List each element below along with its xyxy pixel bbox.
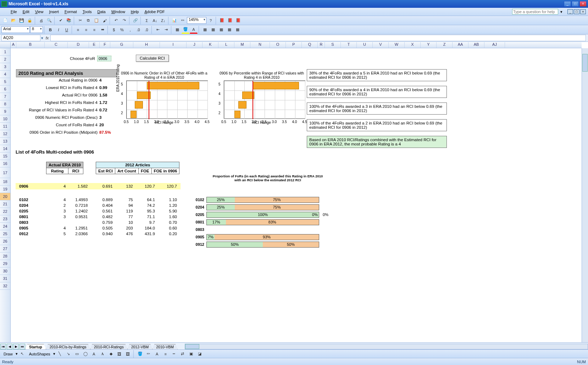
picture-button[interactable]: 🖼 [124, 350, 132, 358]
line-style-button[interactable]: ≡ [162, 350, 170, 358]
row-header-5[interactable]: 5 [0, 78, 10, 85]
wordart-button[interactable]: 𝐀 [99, 350, 106, 358]
inc-indent-button[interactable]: ⇥ [162, 26, 170, 34]
row-header-28[interactable]: 28 [0, 253, 10, 260]
currency-button[interactable]: $ [110, 26, 118, 34]
save-button[interactable]: 💾 [18, 17, 26, 24]
choose-value[interactable]: 0906 [97, 56, 111, 61]
percent-button[interactable]: % [118, 26, 126, 34]
col-header-E[interactable]: E [89, 42, 100, 48]
help-search[interactable] [512, 9, 558, 15]
col-header-AJ[interactable]: AJ [484, 42, 505, 48]
minimize-button[interactable]: _ [564, 1, 571, 7]
col-header-O[interactable]: O [270, 42, 286, 48]
col-header-Z[interactable]: Z [437, 42, 453, 48]
row-header-11[interactable]: 11 [0, 123, 10, 130]
row-header-12[interactable]: 12 [0, 130, 10, 138]
extra2-button[interactable]: ▦ [209, 26, 217, 34]
doc-close-button[interactable]: × [580, 9, 586, 14]
dec-indent-button[interactable]: ⇤ [154, 26, 162, 34]
select-all-corner[interactable] [0, 42, 11, 48]
help-button[interactable]: ? [207, 17, 215, 24]
sheet-tab-2012-vbm[interactable]: 2012-VBM [127, 344, 153, 349]
row-header-13[interactable]: 13 [0, 138, 10, 145]
col-header-H[interactable]: H [133, 42, 160, 48]
row-header-15[interactable]: 15 [0, 153, 10, 160]
redo-button[interactable]: ↷ [120, 17, 128, 24]
chart-button[interactable]: 📊 [171, 17, 178, 24]
draw-label[interactable]: Draw [1, 352, 15, 356]
autosum-button[interactable]: Σ [143, 17, 151, 24]
tab-first-button[interactable]: ⏮ [0, 344, 6, 349]
new-button[interactable]: 📄 [1, 17, 9, 24]
row-header-27[interactable]: 27 [0, 245, 10, 253]
menu-view[interactable]: View [32, 9, 46, 15]
col-header-N[interactable]: N [250, 42, 270, 48]
menu-adobe-pdf[interactable]: Adobe PDF [142, 9, 167, 15]
print-button[interactable]: 🖨 [37, 17, 45, 24]
extra1-button[interactable]: ▦ [201, 26, 209, 34]
preview-button[interactable]: 🔍 [45, 17, 53, 24]
undo-button[interactable]: ↶ [112, 17, 120, 24]
col-header-P[interactable]: P [286, 42, 302, 48]
col-header-K[interactable]: K [203, 42, 218, 48]
tab-prev-button[interactable]: ◀ [7, 344, 12, 349]
doc-icon[interactable] [2, 9, 7, 14]
horizontal-scrollbar[interactable] [185, 344, 588, 349]
row-header-16[interactable]: 16 [0, 160, 10, 167]
menu-window[interactable]: Window [109, 9, 128, 15]
arrow-style-button[interactable]: ⇄ [179, 350, 187, 358]
col-header-B[interactable]: B [16, 42, 45, 48]
row-header-29[interactable]: 29 [0, 260, 10, 267]
row-header-3[interactable]: 3 [0, 63, 10, 71]
row-header-19[interactable]: 19 [0, 186, 10, 193]
formula-input[interactable] [50, 35, 586, 41]
col-header-T[interactable]: T [341, 42, 357, 48]
pdf2-button[interactable]: 📕 [226, 17, 234, 24]
select-objects-button[interactable]: ↖ [18, 350, 26, 358]
col-header-F[interactable]: F [100, 42, 110, 48]
comma-button[interactable]: , [126, 26, 134, 34]
size-combo[interactable]: 8 [30, 26, 43, 33]
col-header-X[interactable]: X [405, 42, 421, 48]
sort-desc-button[interactable]: Z↓ [159, 17, 167, 24]
zoom-combo[interactable]: 145% [187, 17, 206, 24]
menu-data[interactable]: Data [94, 9, 108, 15]
oval-button[interactable]: ◯ [82, 350, 89, 358]
name-box[interactable]: AQ20 [1, 35, 40, 41]
row-header-20[interactable]: 20 [0, 193, 10, 200]
cut-button[interactable]: ✂ [76, 17, 84, 24]
line-color-button[interactable]: ✏ [145, 350, 152, 358]
diagram-button[interactable]: ◆ [107, 350, 115, 358]
col-header-Q[interactable]: Q [302, 42, 318, 48]
align-left-button[interactable]: ≡ [74, 26, 82, 34]
col-header-C[interactable]: C [45, 42, 68, 48]
tab-last-button[interactable]: ⏭ [20, 344, 25, 349]
close-button[interactable]: × [579, 1, 587, 7]
col-header-I[interactable]: I [160, 42, 187, 48]
row-header-25[interactable]: 25 [0, 230, 10, 238]
format-painter-button[interactable]: 🖌 [101, 17, 109, 24]
col-header-AB[interactable]: AB [468, 42, 484, 48]
fill-color-button[interactable]: 🪣 [182, 26, 189, 34]
autoshapes-label[interactable]: AutoShapes [27, 352, 52, 356]
line-button[interactable]: ╲ [56, 350, 64, 358]
col-header-S[interactable]: S [325, 42, 341, 48]
clipart-button[interactable]: 🖼 [116, 350, 123, 358]
textbox-button[interactable]: A [90, 350, 98, 358]
row-header-14[interactable]: 14 [0, 145, 10, 153]
arrow-button[interactable]: ↘ [65, 350, 72, 358]
row-header-2[interactable]: 2 [0, 56, 10, 63]
italic-button[interactable]: I [55, 26, 62, 34]
help-input[interactable] [512, 9, 558, 15]
permission-button[interactable]: 🔒 [26, 17, 34, 24]
row-header-24[interactable]: 24 [0, 223, 10, 230]
row-header-17[interactable]: 17 [0, 167, 10, 178]
row-header-7[interactable]: 7 [0, 93, 10, 100]
col-header-AA[interactable]: AA [453, 42, 468, 48]
paste-button[interactable]: 📋 [93, 17, 100, 24]
col-header-L[interactable]: L [218, 42, 234, 48]
doc-minimize-button[interactable]: _ [567, 9, 573, 14]
col-header-R[interactable]: R [318, 42, 325, 48]
row-header-32[interactable]: 32 [0, 282, 10, 290]
